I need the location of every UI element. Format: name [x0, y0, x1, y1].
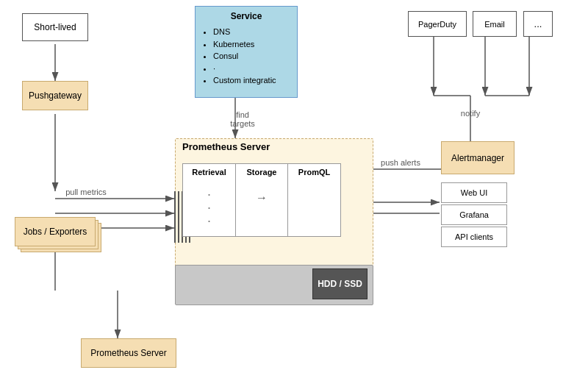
retrieval-box: Retrieval ··· [182, 163, 235, 237]
api-clients-box: API clients [441, 227, 507, 247]
service-box: Service DNS Kubernetes Consul · Custom i… [195, 6, 298, 98]
prometheus-server-bottom-box: Prometheus Server [81, 338, 176, 368]
short-lived-box: Short-lived [22, 13, 88, 41]
service-list: DNS Kubernetes Consul · Custom integrati… [200, 26, 293, 87]
notify-label: notify [456, 109, 485, 118]
web-ui-box: Web UI [441, 182, 507, 203]
promql-box: PromQL [288, 163, 341, 237]
architecture-diagram: Short-lived Pushgateway Jobs / Exporters… [0, 0, 588, 381]
grafana-box: Grafana [441, 204, 507, 225]
inner-boxes-row: Retrieval ··· Storage → PromQL [182, 163, 341, 237]
ellipsis-box: ... [523, 11, 553, 37]
pagerduty-box: PagerDuty [408, 11, 467, 37]
hdd-ssd-box: HDD / SSD [312, 268, 368, 299]
push-alerts-label: push alerts [375, 158, 426, 167]
jobs-exporters-stack: Jobs / Exporters [15, 217, 96, 246]
email-box: Email [473, 11, 517, 37]
pushgateway-box: Pushgateway [22, 81, 88, 110]
alertmanager-box: Alertmanager [441, 141, 514, 174]
prometheus-server-title: Prometheus Server [182, 141, 270, 152]
pull-metrics-label: pull metrics [60, 188, 112, 196]
find-targets-label: find targets [220, 102, 265, 128]
right-panel: Web UI Grafana API clients [441, 182, 507, 247]
storage-box: Storage → [235, 163, 288, 237]
